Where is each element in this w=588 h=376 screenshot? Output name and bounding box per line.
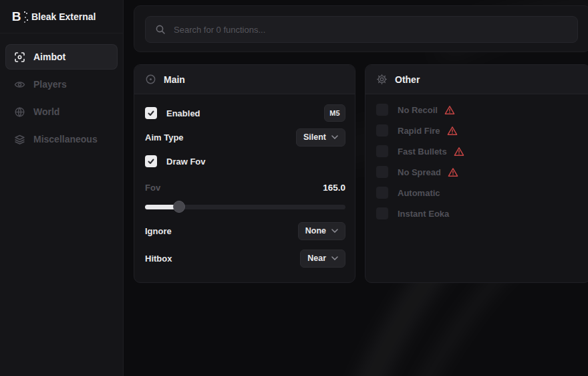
no-recoil-checkbox[interactable] [376, 104, 388, 116]
sidebar-nav: Aimbot Players [0, 33, 123, 152]
rapid-fire-label: Rapid Fire [398, 126, 440, 136]
hitbox-row: Hitbox Near [145, 249, 345, 268]
sidebar-item-aimbot[interactable]: Aimbot [5, 44, 118, 70]
enabled-keybind-button[interactable]: M5 [324, 104, 345, 122]
sidebar-item-players[interactable]: Players [5, 72, 118, 97]
sidebar-item-label: Miscellaneous [33, 134, 98, 145]
sidebar: B Bleak External Aimbot [0, 0, 124, 376]
chevron-down-icon [331, 229, 338, 233]
draw-fov-checkbox[interactable] [145, 155, 157, 167]
other-item-no-recoil: No Recoil [376, 101, 581, 118]
fov-value: 165.0 [323, 183, 345, 193]
search-input-wrap[interactable] [145, 16, 578, 43]
fov-slider-thumb[interactable] [173, 201, 185, 213]
automatic-label: Automatic [398, 188, 440, 198]
search-icon [155, 24, 166, 35]
other-item-rapid-fire: Rapid Fire [376, 122, 581, 139]
automatic-checkbox[interactable] [376, 187, 388, 199]
aim-type-value: Silent [303, 132, 326, 142]
ignore-value: None [305, 226, 326, 236]
search-input[interactable] [172, 24, 568, 35]
ignore-select[interactable]: None [298, 222, 345, 240]
other-panel-header: Other [365, 65, 588, 94]
globe-icon [13, 106, 25, 118]
enabled-checkbox[interactable] [145, 107, 157, 119]
warning-icon [454, 147, 464, 157]
logo-row: B Bleak External [0, 0, 123, 33]
ignore-row: Ignore None [145, 221, 345, 240]
sidebar-item-label: World [33, 106, 59, 117]
hitbox-select[interactable]: Near [300, 250, 345, 268]
layers-icon [13, 133, 25, 145]
warning-icon [448, 167, 458, 177]
app-title: Bleak External [31, 11, 96, 22]
no-spread-checkbox[interactable] [376, 166, 388, 178]
gear-icon [376, 74, 388, 85]
eye-icon [13, 78, 25, 90]
main-panel-body: Enabled M5 Aim Type Silent [134, 104, 355, 268]
sidebar-item-label: Aimbot [33, 52, 65, 62]
main-panel-title: Main [164, 74, 185, 85]
draw-fov-label: Draw Fov [166, 157, 206, 167]
fast-bullets-label: Fast Bullets [398, 147, 447, 157]
aim-type-row: Aim Type Silent [145, 128, 345, 147]
warning-icon [447, 126, 458, 136]
rapid-fire-checkbox[interactable] [376, 124, 388, 136]
aim-type-label: Aim Type [145, 132, 184, 143]
target-icon [145, 74, 156, 85]
chevron-down-icon [331, 135, 338, 139]
other-item-no-spread: No Spread [376, 163, 581, 181]
fast-bullets-checkbox[interactable] [376, 145, 388, 157]
sidebar-item-world[interactable]: World [5, 99, 118, 124]
sidebar-item-label: Players [33, 79, 67, 90]
hitbox-value: Near [307, 254, 326, 263]
no-spread-label: No Spread [398, 167, 441, 177]
hitbox-label: Hitbox [145, 254, 172, 264]
other-panel: Other No Recoil Rapid Fire [365, 64, 588, 283]
fov-label: Fov [145, 183, 160, 193]
enabled-label: Enabled [166, 108, 200, 118]
chevron-down-icon [331, 256, 338, 260]
crosshair-icon [13, 51, 25, 63]
app-window: B Bleak External Aimbot [0, 0, 588, 376]
fov-slider[interactable] [145, 201, 345, 213]
main-panel: Main Enabled M5 Aim Type Silent [134, 64, 355, 283]
sidebar-item-miscellaneous[interactable]: Miscellaneous [5, 126, 118, 152]
draw-fov-row: Draw Fov [145, 153, 345, 170]
other-item-automatic: Automatic [376, 184, 581, 201]
enabled-row: Enabled M5 [145, 104, 345, 122]
warning-icon [444, 105, 455, 115]
no-recoil-label: No Recoil [398, 105, 438, 115]
other-item-instant-eoka: Instant Eoka [376, 205, 581, 222]
fov-row: Fov 165.0 [145, 181, 345, 194]
aim-type-select[interactable]: Silent [296, 128, 345, 147]
other-panel-title: Other [395, 74, 420, 85]
search-card [134, 5, 588, 52]
ignore-label: Ignore [145, 226, 172, 236]
other-item-fast-bullets: Fast Bullets [376, 143, 581, 160]
instant-eoka-checkbox[interactable] [376, 207, 388, 219]
other-panel-body: No Recoil Rapid Fire Fast Bull [365, 101, 588, 222]
app-logo-icon: B [8, 9, 24, 25]
instant-eoka-label: Instant Eoka [398, 209, 449, 219]
main-panel-header: Main [134, 65, 355, 94]
